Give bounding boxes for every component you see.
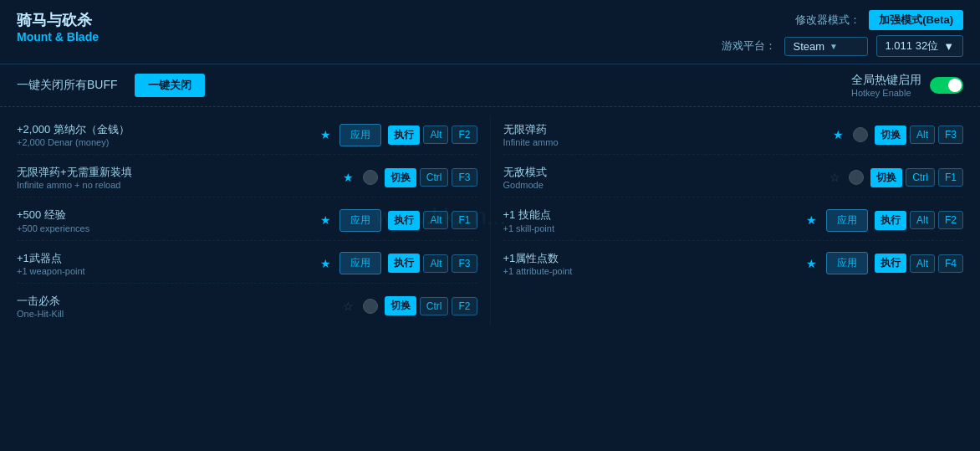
star-icon[interactable]: ★: [318, 128, 333, 141]
apply-button[interactable]: 应用: [826, 252, 868, 274]
hotkey-action[interactable]: 执行: [875, 211, 906, 230]
star-icon[interactable]: ☆: [827, 171, 842, 184]
hotkey-action[interactable]: 执行: [388, 126, 420, 145]
hotkey-action[interactable]: 执行: [388, 211, 420, 230]
hotkey-key[interactable]: F2: [452, 297, 477, 315]
cheat-name-block: 无限弹药+无需重新装填Infinite ammo + no reload: [17, 165, 334, 190]
hotkey-mod[interactable]: Alt: [423, 126, 448, 144]
cheat-name-en: Infinite ammo + no reload: [17, 180, 334, 190]
cheat-name-block: 无限弹药Infinite ammo: [503, 122, 824, 147]
apply-button[interactable]: 应用: [339, 252, 381, 274]
cheat-name-block: +1属性点数+1 attribute-point: [503, 251, 798, 276]
hotkey-mod[interactable]: Alt: [910, 126, 935, 144]
cheat-name-block: 无敌模式Godmode: [503, 165, 821, 190]
title-block: 骑马与砍杀 Mount & Blade: [17, 10, 99, 44]
toggle-dot[interactable]: [363, 170, 378, 185]
hotkey-label-block: 全局热键启用 Hotkey Enable: [851, 73, 921, 98]
cheat-name-zh: +1属性点数: [503, 251, 798, 266]
star-icon[interactable]: ★: [341, 171, 356, 184]
hotkey-key[interactable]: F2: [938, 211, 963, 229]
version-select[interactable]: 1.011 32位 ▼: [876, 35, 963, 57]
hotkey-key[interactable]: F2: [452, 126, 477, 144]
platform-row: 游戏平台： Steam ▼ 1.011 32位 ▼: [722, 35, 963, 57]
cheat-name-en: One-Hit-Kill: [17, 309, 334, 319]
hotkey-mod[interactable]: Alt: [423, 211, 448, 229]
version-value: 1.011 32位: [886, 38, 939, 54]
hotkey-group: 切换CtrlF1: [870, 168, 963, 187]
star-icon[interactable]: ★: [804, 213, 819, 227]
cheat-item: +1 技能点+1 skill-point★应用执行AltF2: [503, 201, 964, 240]
hotkey-group: 执行AltF4: [875, 254, 963, 273]
hotkey-key[interactable]: F1: [452, 211, 477, 229]
title-zh: 骑马与砍杀: [17, 10, 99, 30]
hotkey-mod[interactable]: Alt: [423, 254, 448, 273]
right-column: 无限弹药Infinite ammo★切换AltF3无敌模式Godmode☆切换C…: [491, 115, 964, 325]
star-icon[interactable]: ★: [804, 257, 819, 270]
star-icon[interactable]: ☆: [341, 300, 356, 313]
cheat-name-block: +2,000 第纳尔（金钱）+2,000 Denar (money): [17, 122, 311, 147]
apply-button[interactable]: 应用: [339, 124, 381, 146]
hotkey-action[interactable]: 切换: [385, 168, 416, 187]
toolbar: 一键关闭所有BUFF 一键关闭 全局热键启用 Hotkey Enable: [0, 64, 980, 107]
platform-chevron: ▼: [829, 42, 838, 51]
cheat-name-zh: 无限弹药+无需重新装填: [17, 165, 334, 180]
disable-all-label: 一键关闭所有BUFF: [17, 78, 118, 93]
hotkey-toggle[interactable]: [930, 77, 963, 94]
hotkey-action[interactable]: 切换: [870, 168, 902, 187]
hotkey-key[interactable]: F3: [938, 126, 963, 144]
hotkey-group: 执行AltF1: [388, 211, 477, 230]
cheat-name-block: +1 技能点+1 skill-point: [503, 208, 798, 233]
cheat-name-zh: +1 技能点: [503, 208, 798, 223]
toggle-dot[interactable]: [363, 299, 378, 314]
apply-button[interactable]: 应用: [339, 209, 381, 232]
platform-select[interactable]: Steam ▼: [784, 37, 868, 56]
cheat-name-en: Godmode: [503, 180, 821, 190]
version-chevron: ▼: [943, 40, 954, 53]
platform-label: 游戏平台：: [722, 38, 776, 54]
left-column: +2,000 第纳尔（金钱）+2,000 Denar (money)★应用执行A…: [17, 115, 491, 325]
hotkey-mod[interactable]: Ctrl: [906, 168, 935, 187]
hotkey-group: 执行AltF3: [388, 254, 477, 273]
hotkey-action[interactable]: 执行: [875, 254, 906, 273]
hotkey-key[interactable]: F1: [938, 168, 963, 187]
cheat-item: 无敌模式Godmode☆切换CtrlF1: [503, 158, 964, 197]
star-icon[interactable]: ★: [318, 213, 333, 227]
hotkey-action[interactable]: 切换: [385, 296, 416, 315]
hotkey-group: 切换AltF3: [875, 126, 963, 145]
hotkey-group: 切换CtrlF3: [385, 168, 477, 187]
cheat-item: +2,000 第纳尔（金钱）+2,000 Denar (money)★应用执行A…: [17, 115, 477, 155]
cheat-name-zh: 一击必杀: [17, 294, 334, 309]
hotkey-mod[interactable]: Ctrl: [420, 168, 449, 187]
toggle-dot[interactable]: [853, 127, 868, 142]
cheat-item: +1武器点+1 weapon-point★应用执行AltF3: [17, 244, 477, 284]
title-en: Mount & Blade: [17, 30, 99, 44]
hotkey-key[interactable]: F3: [452, 254, 477, 273]
cheat-name-zh: 无敌模式: [503, 165, 821, 180]
cheat-name-zh: +2,000 第纳尔（金钱）: [17, 122, 311, 137]
hotkey-group: 执行AltF2: [875, 211, 963, 230]
hotkey-group: 切换CtrlF2: [385, 296, 477, 315]
cheat-name-zh: 无限弹药: [503, 122, 824, 137]
toggle-dot[interactable]: [849, 170, 864, 185]
cheat-name-en: +1 skill-point: [503, 223, 798, 233]
hotkey-mod[interactable]: Alt: [910, 254, 935, 273]
cheat-name-block: +500 经验+500 experiences: [17, 208, 311, 233]
apply-button[interactable]: 应用: [826, 209, 868, 232]
hotkey-action[interactable]: 切换: [875, 126, 906, 145]
hotkey-mod[interactable]: Alt: [910, 211, 935, 229]
cheat-name-en: Infinite ammo: [503, 137, 824, 147]
mode-label: 修改器模式：: [795, 13, 860, 28]
close-all-button[interactable]: 一键关闭: [135, 74, 205, 97]
hotkey-action[interactable]: 执行: [388, 254, 420, 273]
header-controls: 修改器模式： 加强模式(Beta) 游戏平台： Steam ▼ 1.011 32…: [722, 10, 963, 57]
cheat-name-en: +1 weapon-point: [17, 266, 311, 276]
star-icon[interactable]: ★: [318, 257, 333, 270]
hotkey-key[interactable]: F3: [452, 168, 477, 187]
hotkey-group: 执行AltF2: [388, 126, 477, 145]
hotkey-key[interactable]: F4: [938, 254, 963, 273]
mode-badge[interactable]: 加强模式(Beta): [869, 10, 963, 30]
cheat-name-en: +2,000 Denar (money): [17, 137, 311, 147]
star-icon[interactable]: ★: [831, 128, 846, 141]
mode-row: 修改器模式： 加强模式(Beta): [795, 10, 963, 30]
hotkey-mod[interactable]: Ctrl: [420, 297, 449, 315]
